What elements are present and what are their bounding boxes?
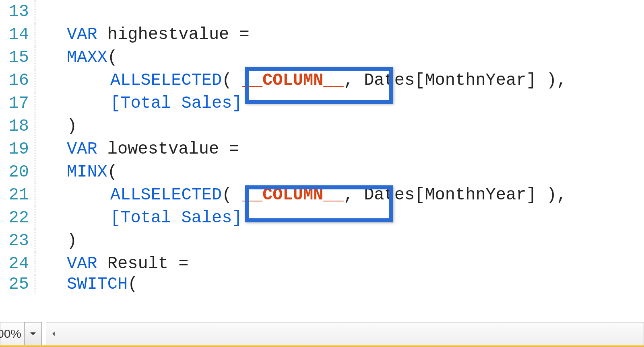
space: [97, 254, 107, 273]
column-ref: [MonthnYear]: [415, 71, 536, 90]
code-line[interactable]: 17 [Total Sales]: [0, 92, 644, 115]
space: [97, 25, 107, 44]
space: [232, 71, 242, 90]
gutter-separator: [32, 23, 35, 46]
gutter-separator: [32, 183, 35, 206]
code-content[interactable]: VAR highestvalue =: [38, 25, 644, 44]
identifier: Result: [107, 254, 168, 273]
code-content[interactable]: VAR Result =: [38, 254, 644, 273]
gutter-separator: [32, 160, 35, 183]
code-line[interactable]: 23 ): [0, 229, 644, 252]
measure-ref: [Total Sales]: [110, 94, 242, 113]
keyword-var: VAR: [67, 140, 97, 159]
code-line[interactable]: 16 ALLSELECTED( __COLUMN__, Dates[Monthn…: [0, 69, 644, 92]
measure-ref: [Total Sales]: [110, 208, 242, 228]
scroll-track[interactable]: [61, 322, 644, 345]
chevron-down-icon: [29, 330, 37, 337]
code-line[interactable]: 22 [Total Sales]: [0, 206, 644, 229]
gutter-separator: [32, 206, 35, 229]
line-number: 15: [0, 48, 32, 67]
paren-open: (: [107, 48, 118, 67]
gutter-separator: [32, 115, 35, 138]
zoom-level[interactable]: 00%: [0, 322, 24, 345]
dax-editor: 13 14 VAR highestvalue = 15 MAXX( 16 ALL…: [0, 0, 644, 347]
line-number: 17: [0, 94, 32, 113]
status-bar: 00%: [0, 322, 644, 345]
horizontal-scrollbar[interactable]: [46, 322, 644, 345]
equals: =: [219, 140, 239, 159]
table-ref: Dates: [364, 185, 415, 205]
identifier: lowestvalue: [107, 140, 219, 159]
space: [232, 185, 242, 205]
line-number: 25: [0, 275, 32, 294]
line-number: 18: [0, 117, 32, 136]
scroll-left-arrow[interactable]: [46, 322, 61, 345]
function-minx: MINX: [67, 162, 107, 182]
paren-open: (: [128, 275, 138, 294]
function-allselected: ALLSELECTED: [110, 185, 222, 205]
code-line[interactable]: 15 MAXX(: [0, 46, 644, 69]
gutter-separator: [32, 69, 35, 92]
code-content[interactable]: ): [38, 231, 644, 250]
space: [97, 140, 107, 159]
zoom-dropdown-button[interactable]: [24, 322, 42, 345]
paren-open: (: [222, 185, 232, 205]
code-area[interactable]: 13 14 VAR highestvalue = 15 MAXX( 16 ALL…: [0, 0, 644, 319]
line-number: 23: [0, 231, 32, 250]
code-line[interactable]: 18 ): [0, 115, 644, 138]
code-content[interactable]: MAXX(: [38, 48, 644, 67]
code-content[interactable]: VAR lowestvalue =: [38, 140, 644, 159]
template-parameter: __COLUMN__: [242, 71, 344, 90]
function-switch: SWITCH: [67, 275, 128, 294]
code-content[interactable]: ALLSELECTED( __COLUMN__, Dates[MonthnYea…: [38, 185, 644, 205]
close-paren-comma: ),: [537, 185, 567, 205]
code-line[interactable]: 21 ALLSELECTED( __COLUMN__, Dates[Monthn…: [0, 183, 644, 206]
code-line[interactable]: 20 MINX(: [0, 160, 644, 183]
accent-divider: [0, 345, 644, 347]
comma: ,: [344, 71, 364, 90]
equals: =: [229, 25, 249, 44]
function-allselected: ALLSELECTED: [110, 71, 222, 90]
code-content[interactable]: [Total Sales]: [38, 94, 644, 113]
code-content[interactable]: [Total Sales]: [38, 208, 644, 228]
code-content[interactable]: SWITCH(: [38, 275, 644, 294]
paren-open: (: [107, 162, 118, 182]
line-number: 22: [0, 208, 32, 228]
paren-open: (: [222, 71, 232, 90]
gutter-separator: [32, 92, 35, 115]
code-line[interactable]: 19 VAR lowestvalue =: [0, 138, 644, 160]
code-content[interactable]: ): [38, 117, 644, 136]
code-line[interactable]: 24 VAR Result =: [0, 252, 644, 275]
paren-close: ): [67, 231, 77, 250]
line-number: 13: [0, 2, 32, 21]
identifier: highestvalue: [107, 25, 229, 44]
code-line[interactable]: 14 VAR highestvalue =: [0, 23, 644, 46]
line-number: 21: [0, 185, 32, 205]
line-number: 20: [0, 162, 32, 182]
line-number: 24: [0, 254, 32, 273]
code-line[interactable]: 25 SWITCH(: [0, 275, 644, 294]
code-content[interactable]: ALLSELECTED( __COLUMN__, Dates[MonthnYea…: [38, 71, 644, 90]
line-number: 19: [0, 140, 32, 159]
gutter-separator: [32, 0, 35, 23]
code-content[interactable]: MINX(: [38, 162, 644, 182]
template-parameter: __COLUMN__: [242, 185, 344, 205]
keyword-var: VAR: [67, 25, 97, 44]
gutter-separator: [32, 229, 35, 252]
comma: ,: [344, 185, 364, 205]
gutter-separator: [32, 252, 35, 275]
table-ref: Dates: [364, 71, 415, 90]
paren-close: ): [67, 117, 77, 136]
function-maxx: MAXX: [67, 48, 107, 67]
close-paren-comma: ),: [537, 71, 567, 90]
line-number: 14: [0, 25, 32, 44]
triangle-left-icon: [51, 331, 56, 337]
equals: =: [168, 254, 188, 273]
column-ref: [MonthnYear]: [415, 185, 536, 205]
gutter-separator: [32, 46, 35, 69]
code-line[interactable]: 13: [0, 0, 644, 23]
gutter-separator: [32, 275, 35, 294]
gutter-separator: [32, 138, 35, 160]
keyword-var: VAR: [67, 254, 97, 273]
line-number: 16: [0, 71, 32, 90]
